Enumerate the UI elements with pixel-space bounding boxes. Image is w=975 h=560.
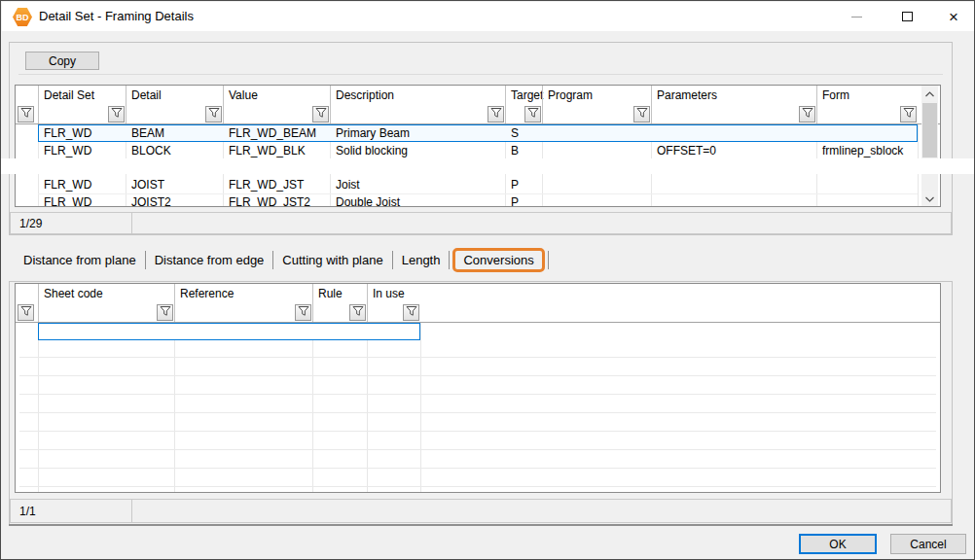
column-header: Detail [131,88,162,102]
maximize-button[interactable] [886,2,927,31]
filter-button[interactable] [403,304,419,321]
header-separator [505,86,506,124]
table-cell[interactable]: Double Joist [336,193,400,207]
header-separator [330,86,331,124]
header-separator [126,86,126,124]
column-header: Form [822,88,849,102]
header-separator [174,284,175,323]
gridline-h [19,394,936,395]
details-table: Detail SetDetailValueDescriptionTargetPr… [15,85,941,207]
table-cell[interactable]: P [511,176,519,193]
conversions-status-bar: 1/1 [10,499,952,523]
close-icon: × [949,9,958,25]
vertical-scrollbar[interactable] [921,86,938,206]
window-title: Detail Set - Framing Details [39,2,194,31]
filter-icon [20,305,32,320]
gridline-v [38,323,39,492]
table-cell[interactable]: Joist [336,176,360,193]
ok-button[interactable]: OK [799,534,877,554]
filter-button[interactable] [205,106,222,122]
details-status-bar: 1/29 [10,212,952,234]
column-header: Sheet code [44,287,103,300]
filter-button[interactable] [295,304,311,321]
toolbar-separator [18,74,943,75]
copy-button[interactable]: Copy [25,52,99,70]
column-header: In use [373,287,405,300]
status-divider [131,500,132,522]
cancel-button[interactable]: Cancel [890,534,966,554]
column-header: Reference [180,287,234,300]
chevron-down-icon [925,192,934,205]
tab-conversions-highlighted[interactable]: Conversions [452,248,544,272]
table-cell[interactable]: FLR_WD [44,142,91,159]
gridline-h [19,412,936,413]
filter-button[interactable] [157,304,173,321]
gridline-h [19,357,936,358]
tab-separator [548,251,549,269]
filter-icon [527,107,539,122]
scroll-up-button[interactable] [921,86,938,101]
table-cell[interactable]: BLOCK [131,142,171,159]
gridline-h [19,375,936,376]
filter-button[interactable] [633,106,650,122]
header-separator [542,86,543,124]
filter-button[interactable] [312,106,329,122]
filter-button[interactable] [18,106,34,122]
filter-button[interactable] [108,106,125,122]
table-cell[interactable]: frmlinep_sblock [822,142,903,159]
tab-length[interactable]: Length [393,248,450,272]
status-divider [131,213,132,233]
title-bar: BD Detail Set - Framing Details × [2,2,975,31]
filter-button[interactable] [488,106,504,122]
table-cell[interactable]: Solid blocking [336,142,408,159]
filter-button[interactable] [18,304,34,321]
header-separator [312,284,313,323]
table-cell[interactable]: JOIST2 [131,193,171,207]
table-cell[interactable]: FLR_WD_BLK [229,142,306,159]
table-cell[interactable]: FLR_WD [44,193,91,207]
table-cell[interactable]: P [511,193,519,207]
scrollbar-thumb[interactable] [922,103,937,158]
table-cell[interactable]: B [511,142,519,159]
table-cell[interactable]: Primary Beam [336,124,410,142]
column-header: Target [511,88,543,102]
filter-button[interactable] [349,304,366,321]
column-header: Rule [318,287,343,300]
tab-distance-from-edge[interactable]: Distance from edge [146,248,273,272]
filter-button[interactable] [799,106,815,122]
close-button[interactable]: × [933,2,974,31]
table-cell[interactable]: FLR_WD_JST2 [229,193,310,207]
table-cell[interactable]: FLR_WD [44,176,91,193]
table-cell[interactable]: JOIST [131,176,164,193]
column-header: Value [229,88,258,102]
table-cell[interactable]: FLR_WD [44,124,91,142]
gridline-h [19,449,936,450]
filter-button[interactable] [524,106,541,122]
tab-separator [449,251,450,269]
screenshot-stitch-band [0,158,975,174]
gridline-h [19,468,936,469]
header-separator [223,86,224,124]
table-cell[interactable]: FLR_WD_JST [229,176,304,193]
selected-row-highlight [38,124,918,142]
filter-icon [490,107,502,122]
table-cell[interactable]: OFFSET=0 [657,142,716,159]
gridline-v [420,323,421,492]
header-separator [38,86,39,124]
panel-bottom-edge [9,524,953,526]
minimize-button[interactable] [836,2,877,31]
tab-distance-from-plane[interactable]: Distance from plane [15,248,145,272]
minimize-icon [851,17,862,18]
gridline-h [19,431,936,432]
filter-button[interactable] [900,106,917,122]
table-cell[interactable]: S [511,124,519,142]
scroll-down-button[interactable] [921,191,938,206]
filter-icon [352,305,364,320]
table-cell[interactable]: BEAM [131,124,164,142]
maximize-icon [902,12,913,21]
header-separator [38,284,39,323]
selected-row-highlight[interactable] [38,323,420,340]
table-cell[interactable]: FLR_WD_BEAM [229,124,316,142]
header-separator [367,284,368,323]
tab-cutting-with-plane[interactable]: Cutting with plane [273,248,391,272]
